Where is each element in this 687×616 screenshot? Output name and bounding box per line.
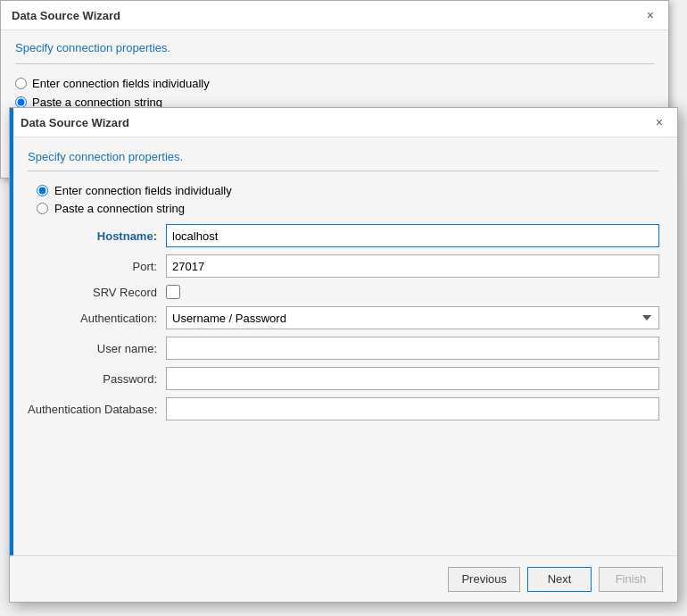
bg-titlebar: Data Source Wizard × xyxy=(1,1,668,30)
fg-subtitle: Specify connection properties. xyxy=(28,150,659,163)
fg-form-section: Hostname: Port: SRV Record Authenticatio… xyxy=(28,224,659,420)
authentication-row: Authentication: Username / Password None… xyxy=(28,306,659,329)
fg-dialog-body: Specify connection properties. Enter con… xyxy=(10,137,677,440)
port-row: Port: xyxy=(28,254,659,278)
dialog-footer: Previous Next Finish xyxy=(10,555,677,602)
fg-close-button[interactable]: × xyxy=(652,115,666,129)
fg-divider xyxy=(28,171,659,171)
bg-radio-individual-row: Enter connection fields individually xyxy=(15,77,654,90)
fg-radio-individual-row: Enter connection fields individually xyxy=(28,184,659,197)
fg-radio-paste-label: Paste a connection string xyxy=(54,202,185,215)
fg-dialog-title: Data Source Wizard xyxy=(21,116,129,129)
password-row: Password: xyxy=(28,367,659,390)
port-label: Port: xyxy=(28,260,166,273)
port-input[interactable] xyxy=(166,254,659,278)
bg-close-button[interactable]: × xyxy=(643,8,658,22)
fg-radio-paste-row: Paste a connection string xyxy=(28,202,659,215)
password-label: Password: xyxy=(28,372,166,386)
authentication-select[interactable]: Username / Password None SCRAM-SHA-1 SCR… xyxy=(166,306,659,329)
srv-row: SRV Record xyxy=(28,285,659,299)
bg-radio-individual-label: Enter connection fields individually xyxy=(32,77,210,90)
bg-dialog-title: Data Source Wizard xyxy=(12,9,120,22)
hostname-label: Hostname: xyxy=(28,229,166,243)
username-label: User name: xyxy=(28,342,166,355)
fg-radio-group: Enter connection fields individually Pas… xyxy=(28,184,659,215)
srv-checkbox[interactable] xyxy=(166,285,180,299)
fg-radio-individual-label: Enter connection fields individually xyxy=(54,184,232,197)
fg-titlebar: Data Source Wizard × xyxy=(10,108,677,137)
next-button[interactable]: Next xyxy=(527,567,592,592)
foreground-dialog: Data Source Wizard × Specify connection … xyxy=(9,107,678,603)
auth-db-input[interactable] xyxy=(166,397,659,420)
srv-label: SRV Record xyxy=(28,286,166,299)
username-input[interactable] xyxy=(166,337,659,360)
left-accent-bar xyxy=(10,108,13,602)
previous-button[interactable]: Previous xyxy=(448,567,520,592)
auth-db-label: Authentication Database: xyxy=(28,403,166,416)
authentication-label: Authentication: xyxy=(28,312,166,325)
fg-radio-paste[interactable] xyxy=(37,203,48,214)
username-row: User name: xyxy=(28,337,659,360)
bg-subtitle: Specify connection properties. xyxy=(15,41,654,54)
hostname-input[interactable] xyxy=(166,224,659,247)
fg-radio-individual[interactable] xyxy=(37,185,48,196)
finish-button[interactable]: Finish xyxy=(599,567,663,592)
bg-radio-individual[interactable] xyxy=(15,78,27,89)
password-input[interactable] xyxy=(166,367,659,390)
bg-divider xyxy=(15,63,654,64)
auth-db-row: Authentication Database: xyxy=(28,397,659,420)
hostname-row: Hostname: xyxy=(28,224,659,247)
